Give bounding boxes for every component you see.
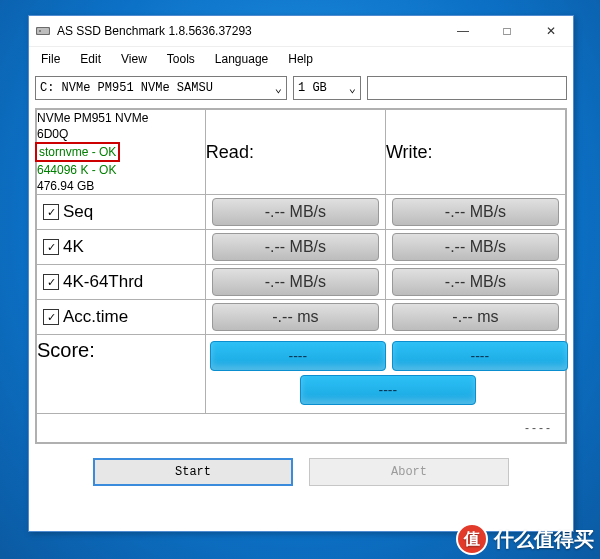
title-field[interactable] (367, 76, 567, 100)
checkbox-acc[interactable]: ✓ (43, 309, 59, 325)
size-select[interactable]: 1 GB ⌄ (293, 76, 361, 100)
score-write: ---- (392, 341, 568, 371)
result-seq-write: -.-- MB/s (392, 198, 558, 226)
result-4k64-write: -.-- MB/s (392, 268, 558, 296)
result-acc-write: -.-- ms (392, 303, 558, 331)
result-4k-write: -.-- MB/s (392, 233, 558, 261)
device-name-line1: NVMe PM951 NVMe (37, 110, 205, 126)
window-title: AS SSD Benchmark 1.8.5636.37293 (57, 24, 441, 38)
abort-button: Abort (309, 458, 509, 486)
watermark-badge-icon: 值 (456, 523, 488, 555)
result-4k64-read: -.-- MB/s (212, 268, 378, 296)
menu-language[interactable]: Language (209, 50, 282, 68)
driver-status-highlight: stornvme - OK (35, 142, 120, 162)
menubar: File Edit View Tools Language Help (29, 47, 573, 72)
menu-view[interactable]: View (115, 50, 161, 68)
minimize-button[interactable]: — (441, 16, 485, 46)
start-button[interactable]: Start (93, 458, 293, 486)
svg-point-2 (39, 30, 41, 32)
row-label-4k64: 4K-64Thrd (63, 272, 143, 292)
size-select-value: 1 GB (298, 81, 327, 95)
result-4k-read: -.-- MB/s (212, 233, 378, 261)
ssd-icon (35, 23, 51, 39)
action-buttons: Start Abort (29, 444, 573, 496)
row-label-acc: Acc.time (63, 307, 128, 327)
score-read: ---- (210, 341, 386, 371)
menu-tools[interactable]: Tools (161, 50, 209, 68)
toolbar: C: NVMe PM951 NVMe SAMSU ⌄ 1 GB ⌄ (29, 72, 573, 108)
row-label-seq: Seq (63, 202, 93, 222)
column-header-write: Write: (385, 110, 565, 195)
device-capacity: 476.94 GB (37, 178, 205, 194)
chevron-down-icon: ⌄ (275, 81, 282, 96)
device-name-line2: 6D0Q (37, 126, 205, 142)
result-acc-read: -.-- ms (212, 303, 378, 331)
results-grid: NVMe PM951 NVMe 6D0Q stornvme - OK 64409… (35, 108, 567, 444)
score-area: ---- ---- ---- (206, 337, 565, 411)
menu-edit[interactable]: Edit (74, 50, 115, 68)
chevron-down-icon: ⌄ (349, 81, 356, 96)
checkbox-4k[interactable]: ✓ (43, 239, 59, 255)
score-total: ---- (300, 375, 476, 405)
close-button[interactable]: ✕ (529, 16, 573, 46)
menu-file[interactable]: File (35, 50, 74, 68)
menu-help[interactable]: Help (282, 50, 327, 68)
alignment-status: 644096 K - OK (37, 162, 205, 178)
titlebar[interactable]: AS SSD Benchmark 1.8.5636.37293 — □ ✕ (29, 16, 573, 47)
row-label-4k: 4K (63, 237, 84, 257)
checkbox-seq[interactable]: ✓ (43, 204, 59, 220)
svg-rect-1 (37, 28, 49, 34)
app-window: AS SSD Benchmark 1.8.5636.37293 — □ ✕ Fi… (28, 15, 574, 532)
status-ellipsis: ---- (37, 414, 566, 443)
column-header-read: Read: (205, 110, 385, 195)
result-seq-read: -.-- MB/s (212, 198, 378, 226)
device-info: NVMe PM951 NVMe 6D0Q stornvme - OK 64409… (37, 110, 206, 195)
score-label: Score: (37, 335, 206, 414)
drive-select[interactable]: C: NVMe PM951 NVMe SAMSU ⌄ (35, 76, 287, 100)
watermark-text: 什么值得买 (494, 526, 594, 553)
checkbox-4k64[interactable]: ✓ (43, 274, 59, 290)
watermark: 值 什么值得买 (456, 523, 594, 555)
drive-select-value: C: NVMe PM951 NVMe SAMSU (40, 81, 213, 95)
window-controls: — □ ✕ (441, 16, 573, 46)
maximize-button[interactable]: □ (485, 16, 529, 46)
